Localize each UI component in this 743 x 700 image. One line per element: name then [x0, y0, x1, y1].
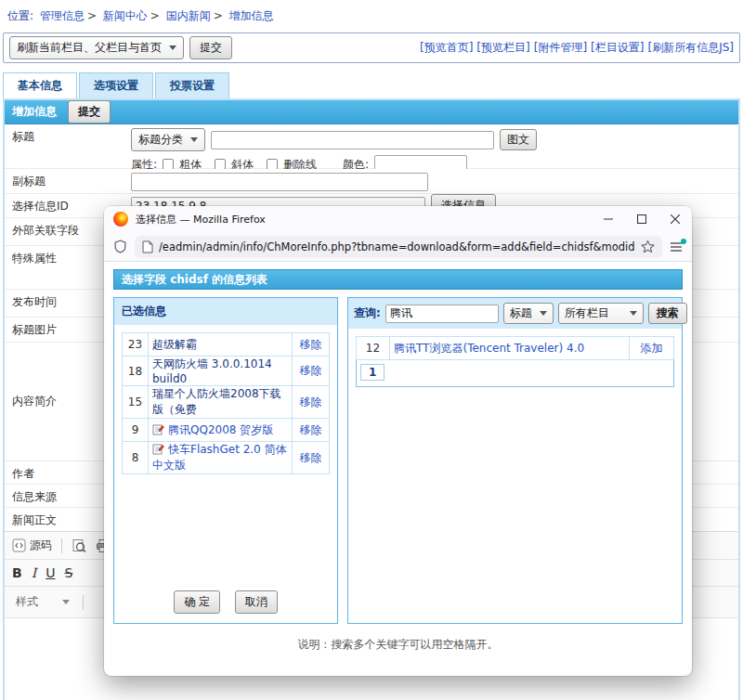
form-submit-button[interactable]: 提交 [68, 100, 111, 123]
info-title: 超级解霸 [149, 333, 293, 356]
table-row: 12 腾讯TT浏览器(Tencent Traveler) 4.0 添加 [357, 337, 674, 360]
tuwen-button[interactable]: 图文 [500, 129, 537, 150]
chevron-down-icon [62, 600, 70, 604]
shield-icon[interactable] [113, 240, 127, 253]
toolbar-divider [61, 538, 62, 553]
close-icon [671, 214, 680, 224]
menu-button[interactable] [670, 241, 683, 253]
breadcrumb: 位置: 管理信息> 新闻中心> 国内新闻> 增加信息 [0, 0, 743, 31]
url-field[interactable]: /eadmin/admin/info/ChMoreInfo.php?tbname… [135, 236, 662, 258]
edit-icon [152, 443, 164, 455]
chevron-down-icon [630, 311, 637, 316]
preview-home-link[interactable]: [预览首页] [420, 40, 473, 56]
tab-basic-info[interactable]: 基本信息 [3, 72, 77, 98]
tab-option-settings[interactable]: 选项设置 [79, 72, 153, 98]
column-settings-link[interactable]: [栏目设置] [591, 40, 644, 56]
edit-icon [152, 423, 164, 435]
subtitle-row: 副标题 [5, 169, 738, 194]
top-toolbar: 刷新当前栏目、父栏目与首页 提交 [预览首页] [预览栏目] [附件管理] [栏… [3, 32, 740, 63]
chevron-down-icon [540, 311, 547, 316]
info-id: 18 [123, 356, 149, 386]
info-title-link[interactable]: 快车FlashGet 2.0 简体中文版 [149, 442, 293, 474]
table-row: 9 腾讯QQ2008 贺岁版 移除 [123, 419, 330, 442]
refresh-all-js-link[interactable]: [刷新所有信息JS] [647, 40, 734, 56]
breadcrumb-link-domestic-news[interactable]: 国内新闻 [166, 9, 211, 22]
style-select[interactable]: 样式 [12, 592, 73, 612]
cancel-button[interactable]: 取消 [235, 590, 278, 614]
breadcrumb-link-manage-info[interactable]: 管理信息 [40, 9, 85, 22]
dialog-buttons: 确 定 取消 [114, 590, 337, 614]
top-links: [预览首页] [预览栏目] [附件管理] [栏目设置] [刷新所有信息JS] [420, 40, 734, 56]
form-header-title: 增加信息 [12, 104, 57, 120]
minimize-icon [604, 214, 613, 224]
source-code-label: 源码 [30, 538, 52, 553]
remove-link[interactable]: 移除 [293, 442, 330, 474]
refresh-scope-select[interactable]: 刷新当前栏目、父栏目与首页 [9, 36, 184, 59]
breadcrumb-separator: > [150, 9, 160, 22]
minimize-button[interactable] [592, 206, 625, 232]
remove-link[interactable]: 移除 [293, 356, 330, 386]
bold-button[interactable]: B [12, 565, 22, 580]
breadcrumb-label: 位置: [7, 9, 33, 22]
preview-icon [72, 538, 86, 553]
tab-vote-settings[interactable]: 投票设置 [155, 72, 229, 98]
column-select[interactable]: 所有栏目 [558, 303, 644, 324]
breadcrumb-separator: > [214, 9, 223, 22]
info-title-text: 快车FlashGet 2.0 简体中文版 [152, 443, 287, 472]
search-field-value: 标题 [510, 305, 532, 321]
popup-body: 选择字段 chidsf 的信息列表 已选信息 23 超级解霸 移除 18 天网防… [104, 262, 692, 653]
breadcrumb-current-add-info[interactable]: 增加信息 [229, 9, 274, 22]
bookmark-star-icon[interactable] [641, 240, 655, 253]
subtitle-input[interactable] [131, 173, 428, 191]
refresh-submit-button[interactable]: 提交 [189, 36, 232, 59]
info-id: 9 [123, 419, 149, 442]
query-label: 查询: [354, 305, 381, 321]
underline-button[interactable]: U [46, 565, 55, 580]
info-title: 瑞星个人防火墙2008下载版（免费 [149, 386, 293, 419]
title-category-value: 标题分类 [138, 132, 183, 148]
title-input[interactable] [211, 131, 494, 149]
source-code-button[interactable]: 源码 [12, 538, 52, 553]
italic-button[interactable]: I [32, 565, 37, 580]
preview-button[interactable] [72, 538, 86, 553]
search-result-table: 12 腾讯TT浏览器(Tencent Traveler) 4.0 添加 1 [356, 336, 674, 387]
select-info-window: 选择信息 — Mozilla Firefox /eadmin/admin/inf… [104, 206, 692, 676]
subtitle-label: 副标题 [5, 169, 125, 193]
preview-column-link[interactable]: [预览栏目] [476, 40, 529, 56]
table-row: 23 超级解霸 移除 [123, 333, 330, 356]
maximize-button[interactable] [625, 206, 658, 232]
add-link[interactable]: 添加 [630, 337, 674, 360]
search-button[interactable]: 搜索 [648, 303, 687, 324]
firefox-icon [113, 212, 128, 227]
search-field-select[interactable]: 标题 [503, 303, 554, 324]
maximize-icon [637, 214, 646, 224]
breadcrumb-separator: > [87, 9, 97, 22]
remove-link[interactable]: 移除 [293, 386, 330, 419]
title-category-select[interactable]: 标题分类 [131, 128, 205, 151]
page-number[interactable]: 1 [360, 364, 385, 381]
info-title: 天网防火墙 3.0.0.1014 build0 [149, 356, 293, 386]
selected-info-table: 23 超级解霸 移除 18 天网防火墙 3.0.0.1014 build0 移除… [122, 332, 330, 474]
ok-button[interactable]: 确 定 [174, 590, 220, 614]
breadcrumb-link-news-center[interactable]: 新闻中心 [103, 9, 148, 22]
info-id: 8 [123, 442, 149, 474]
window-titlebar[interactable]: 选择信息 — Mozilla Firefox [104, 206, 692, 232]
close-button[interactable] [658, 206, 692, 232]
browser-urlbar: /eadmin/admin/info/ChMoreInfo.php?tbname… [104, 232, 692, 262]
source-code-icon [12, 538, 26, 552]
table-row: 8 快车FlashGet 2.0 简体中文版 移除 [123, 442, 330, 474]
table-row: 15 瑞星个人防火墙2008下载版（免费 移除 [123, 386, 330, 419]
strikethrough-button[interactable]: S [64, 565, 72, 580]
chevron-down-icon [190, 137, 198, 142]
remove-link[interactable]: 移除 [293, 333, 330, 356]
result-title-link[interactable]: 腾讯TT浏览器(Tencent Traveler) 4.0 [390, 337, 630, 360]
column-select-value: 所有栏目 [565, 305, 609, 321]
remove-link[interactable]: 移除 [293, 419, 330, 442]
window-controls [592, 206, 692, 232]
info-id: 23 [123, 333, 149, 356]
url-text: /eadmin/admin/info/ChMoreInfo.php?tbname… [159, 240, 635, 253]
attachment-manage-link[interactable]: [附件管理] [534, 40, 587, 56]
info-title-link[interactable]: 腾讯QQ2008 贺岁版 [149, 419, 293, 442]
selected-info-panel: 已选信息 23 超级解霸 移除 18 天网防火墙 3.0.0.1014 buil… [113, 297, 338, 624]
query-input[interactable] [385, 305, 499, 323]
